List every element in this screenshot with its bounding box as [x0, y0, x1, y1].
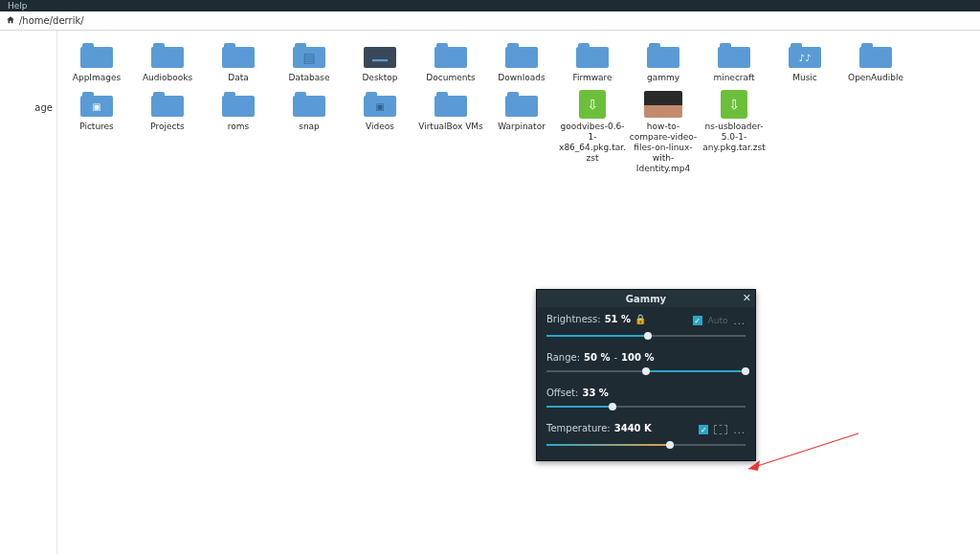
- file-label: OpenAudible: [848, 73, 903, 83]
- file-label: Database: [289, 73, 330, 83]
- file-label: Music: [792, 73, 817, 83]
- file-label: how-to-compare-video-files-on-linux-with…: [629, 122, 698, 174]
- file-item[interactable]: Music: [769, 40, 840, 83]
- file-item[interactable]: goodvibes-0.6-1-x86_64.pkg.tar.zst: [557, 89, 628, 174]
- sidebar: age: [0, 31, 57, 554]
- file-label: Data: [228, 73, 249, 83]
- range-sep: -: [614, 352, 618, 363]
- file-item[interactable]: Firmware: [557, 40, 628, 83]
- file-item[interactable]: ns-usbloader-5.0-1-any.pkg.tar.zst: [699, 89, 769, 174]
- folder-icon: [576, 43, 609, 68]
- gammy-title: Gammy: [626, 294, 666, 304]
- folder-icon: [293, 43, 325, 68]
- folder-icon: [434, 92, 467, 117]
- file-label: Documents: [426, 73, 475, 83]
- file-label: gammy: [647, 73, 679, 83]
- range-high: 100 %: [621, 352, 654, 363]
- temperature-value: 3440 K: [614, 423, 652, 433]
- menubar: Help: [0, 0, 980, 11]
- temperature-label: Temperature:: [546, 423, 611, 433]
- folder-icon: [364, 92, 396, 117]
- folder-icon: [293, 92, 325, 117]
- menu-help[interactable]: Help: [8, 1, 28, 11]
- folder-icon: [222, 92, 255, 117]
- file-label: Videos: [366, 122, 394, 132]
- offset-slider[interactable]: [546, 401, 746, 412]
- folder-icon: [789, 43, 821, 68]
- home-icon: [6, 15, 15, 27]
- sidebar-item[interactable]: age: [0, 102, 53, 113]
- folder-icon: [434, 43, 467, 68]
- range-low: 50 %: [584, 352, 610, 363]
- file-label: AppImages: [73, 73, 121, 83]
- folder-icon: [151, 43, 184, 68]
- file-item[interactable]: snap: [274, 89, 345, 174]
- file-item[interactable]: Warpinator: [486, 89, 557, 174]
- folder-icon: [222, 43, 255, 68]
- file-item[interactable]: Database: [274, 40, 345, 83]
- file-label: Pictures: [79, 122, 114, 132]
- gammy-popup: Gammy ✕ Brightness: 51 % 🔒 Auto ... Rang…: [536, 289, 756, 461]
- file-label: VirtualBox VMs: [418, 122, 483, 132]
- file-view[interactable]: AppImagesAudiobooksDataDatabaseDesktopDo…: [57, 31, 980, 554]
- folder-icon: [80, 92, 113, 117]
- package-icon: [721, 90, 747, 119]
- offset-label: Offset:: [546, 388, 578, 398]
- lock-icon[interactable]: 🔒: [635, 314, 646, 324]
- file-label: goodvibes-0.6-1-x86_64.pkg.tar.zst: [558, 122, 627, 164]
- file-item[interactable]: Projects: [132, 89, 203, 174]
- file-item[interactable]: Videos: [345, 89, 415, 174]
- file-item[interactable]: minecraft: [699, 40, 769, 83]
- brightness-value: 51 %: [605, 314, 631, 324]
- file-item[interactable]: Pictures: [61, 89, 132, 174]
- brightness-slider[interactable]: [546, 330, 746, 342]
- file-item[interactable]: AppImages: [61, 40, 132, 83]
- file-label: minecraft: [713, 73, 754, 83]
- file-item[interactable]: roms: [203, 89, 274, 174]
- folder-icon: [505, 92, 538, 117]
- folder-icon: [80, 43, 113, 68]
- pathbar[interactable]: /home/derrik/: [0, 11, 980, 31]
- file-label: Audiobooks: [143, 73, 192, 83]
- folder-icon: [364, 43, 396, 68]
- brightness-auto-label: Auto: [708, 316, 728, 325]
- file-item[interactable]: Downloads: [486, 40, 557, 83]
- folder-icon: [718, 43, 750, 68]
- file-label: Firmware: [572, 73, 612, 83]
- file-item[interactable]: OpenAudible: [840, 40, 911, 83]
- range-slider[interactable]: [546, 366, 746, 377]
- folder-icon: [505, 43, 538, 68]
- close-icon[interactable]: ✕: [743, 292, 751, 304]
- folder-icon: [647, 43, 679, 68]
- folder-icon: [151, 92, 184, 117]
- folder-icon: [859, 43, 892, 68]
- brightness-menu-icon[interactable]: ...: [733, 316, 746, 326]
- temperature-menu-icon[interactable]: ...: [733, 425, 746, 435]
- temperature-slider[interactable]: [546, 439, 746, 451]
- file-label: snap: [299, 122, 320, 132]
- temperature-auto-checkbox[interactable]: [699, 425, 708, 434]
- brightness-label: Brightness:: [546, 314, 601, 324]
- package-icon: [579, 90, 606, 119]
- file-label: roms: [228, 122, 249, 132]
- video-thumbnail-icon: [644, 91, 682, 118]
- file-item[interactable]: Data: [203, 40, 274, 83]
- path-text: /home/derrik/: [19, 15, 84, 26]
- file-label: Warpinator: [498, 122, 546, 132]
- file-item[interactable]: VirtualBox VMs: [415, 89, 486, 174]
- offset-value: 33 %: [582, 388, 608, 398]
- file-label: ns-usbloader-5.0-1-any.pkg.tar.zst: [700, 122, 768, 153]
- file-label: Downloads: [498, 73, 545, 83]
- file-item[interactable]: Desktop: [345, 40, 415, 83]
- file-item[interactable]: Documents: [415, 40, 486, 83]
- brightness-auto-checkbox[interactable]: [693, 316, 702, 325]
- file-item[interactable]: Audiobooks: [132, 40, 203, 83]
- gammy-titlebar[interactable]: Gammy ✕: [537, 290, 755, 307]
- file-label: Projects: [150, 122, 184, 132]
- file-item[interactable]: gammy: [628, 40, 699, 83]
- range-label: Range:: [546, 352, 580, 363]
- file-item[interactable]: how-to-compare-video-files-on-linux-with…: [628, 89, 699, 174]
- temperature-focus-rect[interactable]: [714, 425, 727, 434]
